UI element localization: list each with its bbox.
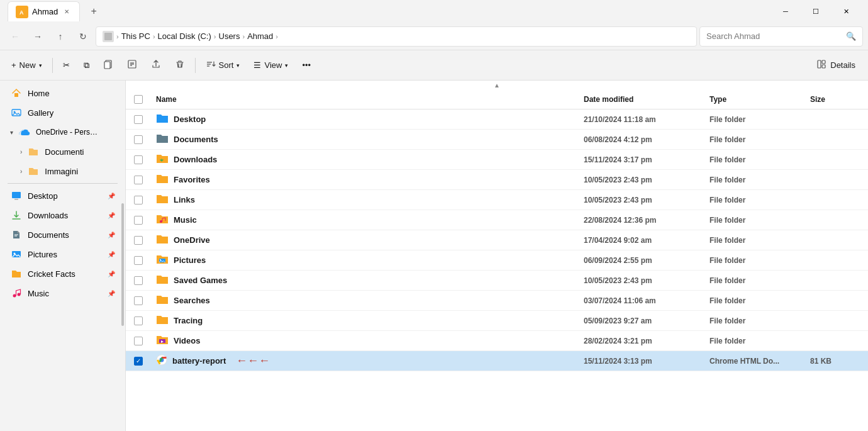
minimize-button[interactable]: ─ — [771, 1, 800, 21]
checkbox-5[interactable] — [134, 216, 143, 225]
checkbox-8[interactable] — [134, 276, 143, 285]
rename-icon — [127, 59, 137, 71]
table-row[interactable]: Videos28/02/2024 3:21 pmFile folder — [126, 331, 868, 351]
toolbar: + New ▾ ✂ ⧉ Sort ▾ ☰ View — [0, 50, 868, 81]
close-button[interactable]: ✕ — [832, 1, 860, 21]
sidebar-item-documenti[interactable]: › Documenti — [3, 142, 123, 161]
file-name-cell: Links — [151, 191, 579, 209]
row-checkbox[interactable] — [126, 115, 151, 124]
search-box[interactable]: 🔍 — [699, 26, 863, 47]
row-checkbox[interactable] — [126, 236, 151, 245]
sidebar-item-immagini[interactable]: › Immagini — [3, 162, 123, 181]
table-row[interactable]: Pictures06/09/2024 2:55 pmFile folder — [126, 250, 868, 271]
copy-button[interactable]: ⧉ — [77, 54, 96, 77]
row-checkbox[interactable] — [126, 296, 151, 305]
breadcrumb-users[interactable]: Users — [219, 31, 240, 41]
checkbox-2[interactable] — [134, 155, 143, 164]
file-list-header: Name Date modified Type Size — [126, 90, 868, 109]
row-checkbox[interactable] — [126, 135, 151, 144]
sidebar-item-pictures[interactable]: Pictures 📌 — [3, 245, 123, 264]
checkbox-7[interactable] — [134, 256, 143, 265]
cut-button[interactable]: ✂ — [57, 54, 76, 77]
row-checkbox[interactable] — [126, 337, 151, 345]
new-button[interactable]: + New ▾ — [5, 54, 48, 77]
sidebar-item-cricket-facts[interactable]: Cricket Facts 📌 — [3, 264, 123, 283]
table-row[interactable]: Saved Games10/05/2023 2:43 pmFile folder — [126, 271, 868, 291]
delete-button[interactable] — [169, 54, 191, 77]
row-checkbox[interactable] — [126, 196, 151, 204]
row-checkbox[interactable] — [126, 216, 151, 225]
table-row[interactable]: Links10/05/2023 2:43 pmFile folder — [126, 190, 868, 210]
row-checkbox[interactable] — [126, 276, 151, 285]
checkbox-6[interactable] — [134, 236, 143, 245]
sidebar-item-desktop[interactable]: Desktop 📌 — [3, 186, 123, 205]
row-checkbox[interactable] — [126, 256, 151, 265]
row-checkbox[interactable] — [126, 316, 151, 325]
checkbox-4[interactable] — [134, 196, 143, 204]
file-name-text: Music — [174, 215, 197, 225]
paste-button[interactable] — [97, 54, 120, 77]
breadcrumb[interactable]: › This PC › Local Disk (C:) › Users › Ah… — [96, 26, 697, 47]
row-checkbox[interactable]: ✓ — [126, 357, 151, 366]
new-dropdown-icon: ▾ — [39, 62, 42, 69]
active-tab[interactable]: A Ahmad ✕ — [8, 1, 80, 21]
svg-rect-20 — [14, 199, 18, 200]
table-row[interactable]: Favorites10/05/2023 2:43 pmFile folder — [126, 170, 868, 190]
view-button[interactable]: ☰ View ▾ — [247, 54, 294, 77]
select-all-checkbox[interactable] — [134, 95, 143, 104]
maximize-button[interactable]: ☐ — [801, 1, 830, 21]
forward-button[interactable]: → — [28, 26, 48, 47]
table-row[interactable]: Documents06/08/2024 4:12 pmFile folder — [126, 130, 868, 150]
up-button[interactable]: ↑ — [50, 26, 70, 47]
svg-point-26 — [13, 294, 16, 298]
table-row[interactable]: ✓battery-report←←←15/11/2024 3:13 pmChro… — [126, 351, 868, 371]
new-tab-button[interactable]: + — [85, 3, 103, 20]
refresh-button[interactable]: ↻ — [73, 26, 93, 47]
rename-button[interactable] — [121, 54, 143, 77]
breadcrumb-thispc[interactable]: This PC — [121, 31, 150, 41]
table-row[interactable]: Downloads15/11/2024 3:17 pmFile folder — [126, 150, 868, 170]
share-button[interactable] — [145, 54, 167, 77]
details-button[interactable]: Details — [809, 55, 863, 75]
table-row[interactable]: Desktop21/10/2024 11:18 amFile folder — [126, 109, 868, 130]
file-type: File folder — [704, 337, 805, 345]
sort-button[interactable]: Sort ▾ — [199, 54, 247, 77]
address-bar-row: ← → ↑ ↻ › This PC › Local Disk (C:) › Us… — [0, 23, 868, 50]
row-checkbox[interactable] — [126, 155, 151, 164]
table-row[interactable]: Searches03/07/2024 11:06 amFile folder — [126, 291, 868, 311]
file-icon — [156, 233, 169, 247]
sidebar-item-documents[interactable]: Documents 📌 — [3, 225, 123, 244]
sidebar-item-music[interactable]: Music 📌 — [3, 284, 123, 303]
table-row[interactable]: Music22/08/2024 12:36 pmFile folder — [126, 210, 868, 230]
documenti-expand-icon: › — [20, 148, 22, 155]
sidebar-item-gallery[interactable]: Gallery — [3, 103, 123, 122]
table-row[interactable]: Tracing05/09/2023 9:27 amFile folder — [126, 311, 868, 331]
checkbox-1[interactable] — [134, 135, 143, 144]
header-name[interactable]: Name — [151, 92, 579, 106]
checkbox-10[interactable] — [134, 316, 143, 325]
file-name-text: Tracing — [174, 316, 203, 325]
checkbox-0[interactable] — [134, 115, 143, 124]
file-date: 28/02/2024 3:21 pm — [579, 337, 704, 345]
header-date[interactable]: Date modified — [579, 92, 704, 106]
back-button[interactable]: ← — [5, 26, 25, 47]
checkbox-3[interactable] — [134, 176, 143, 184]
header-size[interactable]: Size — [805, 92, 868, 106]
sidebar-item-onedrive[interactable]: ▾ OneDrive - Persona — [3, 123, 123, 142]
header-check[interactable] — [126, 95, 151, 104]
tab-close-button[interactable]: ✕ — [62, 7, 72, 17]
breadcrumb-localdisk[interactable]: Local Disk (C:) — [158, 31, 211, 41]
file-icon — [156, 354, 167, 367]
row-checkbox[interactable] — [126, 176, 151, 184]
table-row[interactable]: OneDrive17/04/2024 9:02 amFile folder — [126, 230, 868, 250]
sidebar-item-home[interactable]: Home — [3, 84, 123, 103]
checkbox-11[interactable] — [134, 337, 143, 345]
checkbox-9[interactable] — [134, 296, 143, 305]
checkbox-12[interactable]: ✓ — [134, 357, 143, 366]
more-button[interactable]: ••• — [296, 54, 317, 77]
header-type[interactable]: Type — [704, 92, 805, 106]
sidebar-item-downloads[interactable]: Downloads 📌 — [3, 206, 123, 225]
documenti-icon — [27, 145, 40, 158]
search-input[interactable] — [706, 31, 842, 41]
breadcrumb-ahmad[interactable]: Ahmad — [247, 31, 273, 41]
